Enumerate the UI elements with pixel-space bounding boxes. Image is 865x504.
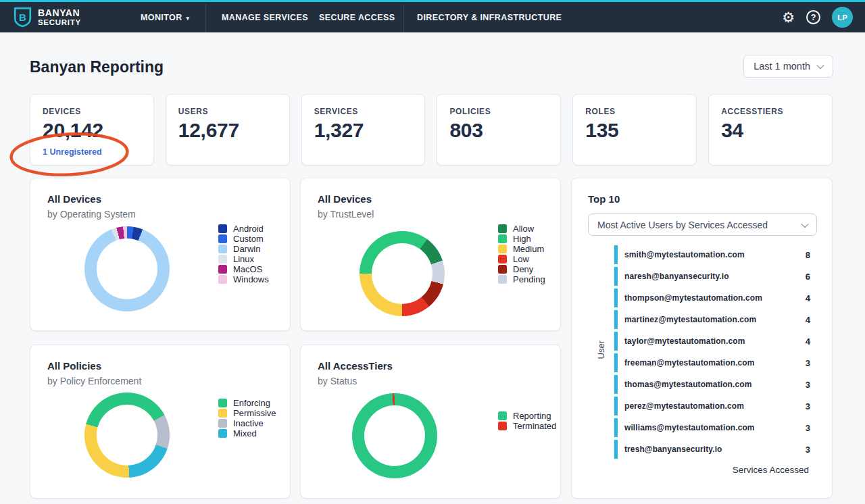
svg-text:B: B xyxy=(19,11,26,23)
legend-swatch xyxy=(218,234,227,243)
top10-row: thompson@mytestautomation.com4 xyxy=(588,287,817,309)
banyan-shield-icon: B xyxy=(14,7,32,28)
top10-user-label: martinez@mytestautomation.com xyxy=(624,315,756,324)
top10-metric-dropdown[interactable]: Most Active Users by Services Accessed xyxy=(588,213,817,236)
stat-label: SERVICES xyxy=(314,107,413,116)
chart-subtitle: by Status xyxy=(318,376,357,386)
top10-value: 4 xyxy=(806,315,810,325)
legend-label: Mixed xyxy=(233,428,257,438)
top10-value: 6 xyxy=(806,272,810,282)
stat-value: 1,327 xyxy=(314,119,413,142)
legend-swatch xyxy=(498,275,507,284)
top10-bar xyxy=(614,353,618,372)
top10-user-label: thompson@mytestautomation.com xyxy=(624,293,762,303)
legend-swatch xyxy=(218,429,227,438)
legend-swatch xyxy=(218,245,227,253)
stat-value: 135 xyxy=(585,119,684,142)
legend-label: Pending xyxy=(513,274,545,284)
top10-bar xyxy=(614,375,618,394)
top10-value: 4 xyxy=(806,293,810,303)
chart-legend: EnforcingPermissiveInactiveMixed xyxy=(218,399,276,438)
stat-card-roles: ROLES 135 xyxy=(572,94,697,166)
legend-swatch xyxy=(498,245,507,253)
chart-title: All Devices xyxy=(318,193,372,205)
chart-title: All Policies xyxy=(47,360,101,372)
legend-item: Custom xyxy=(218,234,269,243)
nav-item-secure-access[interactable]: SECURE ACCESS xyxy=(319,2,395,32)
unregistered-devices-link[interactable]: 1 Unregistered xyxy=(43,147,141,157)
chart-legend: AllowHighMediumLowDenyPending xyxy=(498,224,545,284)
nav-item-monitor[interactable]: MONITOR ▾ xyxy=(141,2,190,32)
legend-swatch xyxy=(218,224,227,233)
legend-label: Custom xyxy=(233,234,264,244)
nav-item-directory-infrastructure[interactable]: DIRECTORY & INFRASTRUCTURE xyxy=(417,2,562,32)
chart-legend: AndroidCustomDarwinLinuxMacOSWindows xyxy=(218,224,269,284)
top10-user-label: tresh@banyansecurity.io xyxy=(624,445,722,454)
top10-row: martinez@mytestautomation.com4 xyxy=(588,309,817,330)
date-range-value: Last 1 month xyxy=(753,61,810,72)
legend-label: Windows xyxy=(233,274,269,284)
legend-label: Enforcing xyxy=(233,398,270,408)
chevron-down-icon xyxy=(816,61,824,69)
legend-label: Reporting xyxy=(513,411,551,421)
avatar[interactable]: LP xyxy=(832,7,853,28)
nav-item-directory-infrastructure-label: DIRECTORY & INFRASTRUCTURE xyxy=(417,13,562,22)
top10-value: 3 xyxy=(806,423,810,433)
top10-row: williams@mytestautomation.com3 xyxy=(588,417,817,438)
top10-value: 3 xyxy=(806,445,810,455)
stat-label: POLICIES xyxy=(449,107,548,116)
legend-item: Reporting xyxy=(498,411,556,420)
top10-row: smith@mytestautomation.com8 xyxy=(588,244,817,266)
legend-swatch xyxy=(498,422,507,430)
legend-item: Terminated xyxy=(498,422,556,430)
date-range-dropdown[interactable]: Last 1 month xyxy=(743,55,833,78)
stat-card-services: SERVICES 1,327 xyxy=(301,94,426,166)
top-nav-bar: B BANYAN SECURITY MONITOR ▾ MANAGE SERVI… xyxy=(0,0,865,32)
legend-swatch xyxy=(218,399,227,407)
nav-divider xyxy=(205,4,206,32)
legend-label: High xyxy=(513,234,531,244)
legend-label: Deny xyxy=(513,264,533,274)
banyan-logo[interactable]: B BANYAN SECURITY xyxy=(14,2,81,32)
legend-item: Mixed xyxy=(218,429,276,438)
gear-icon[interactable]: ⚙ xyxy=(782,10,795,24)
top10-value: 8 xyxy=(806,250,810,260)
legend-swatch xyxy=(218,265,227,274)
legend-item: Darwin xyxy=(218,245,269,253)
legend-label: Terminated xyxy=(513,421,556,431)
chevron-down-icon: ▾ xyxy=(187,15,190,22)
top10-user-label: perez@mytestautomation.com xyxy=(624,401,744,411)
top10-row: perez@mytestautomation.com3 xyxy=(588,395,817,417)
top10-user-label: freeman@mytestautomation.com xyxy=(624,358,755,368)
chart-title: All AccessTiers xyxy=(318,360,393,372)
top10-bar xyxy=(614,267,618,286)
legend-item: Medium xyxy=(498,245,545,253)
legend-swatch xyxy=(218,255,227,263)
stat-card-devices: DEVICES 20,142 1 Unregistered xyxy=(30,94,154,166)
legend-item: Allow xyxy=(498,224,545,233)
nav-item-manage-services[interactable]: MANAGE SERVICES xyxy=(222,2,308,32)
top10-metric-value: Most Active Users by Services Accessed xyxy=(597,220,768,230)
brand-text: BANYAN SECURITY xyxy=(38,8,81,27)
legend-swatch xyxy=(218,275,227,284)
top10-title: Top 10 xyxy=(588,193,620,205)
nav-item-monitor-label: MONITOR xyxy=(141,13,182,22)
legend-item: Pending xyxy=(498,275,545,284)
legend-item: MacOS xyxy=(218,265,269,274)
legend-item: Permissive xyxy=(218,409,276,418)
brand-line1: BANYAN xyxy=(38,8,81,18)
top10-bar xyxy=(614,310,618,329)
chart-card-accesstiers-by-status: All AccessTiers by Status ReportingTermi… xyxy=(300,345,561,499)
help-icon[interactable]: ? xyxy=(806,10,820,24)
legend-item: Android xyxy=(218,224,269,233)
banyan-reporting-screen: B BANYAN SECURITY MONITOR ▾ MANAGE SERVI… xyxy=(0,0,865,504)
chart-title: All Devices xyxy=(47,193,101,205)
legend-label: Permissive xyxy=(233,408,276,418)
legend-item: Windows xyxy=(218,275,269,284)
top10-bar xyxy=(614,288,618,307)
top10-user-label: taylor@mytestautomation.com xyxy=(624,336,745,346)
stat-label: USERS xyxy=(178,107,277,116)
legend-swatch xyxy=(498,265,507,274)
top10-row: thomas@mytestautomation.com3 xyxy=(588,374,817,395)
legend-swatch xyxy=(218,419,227,428)
